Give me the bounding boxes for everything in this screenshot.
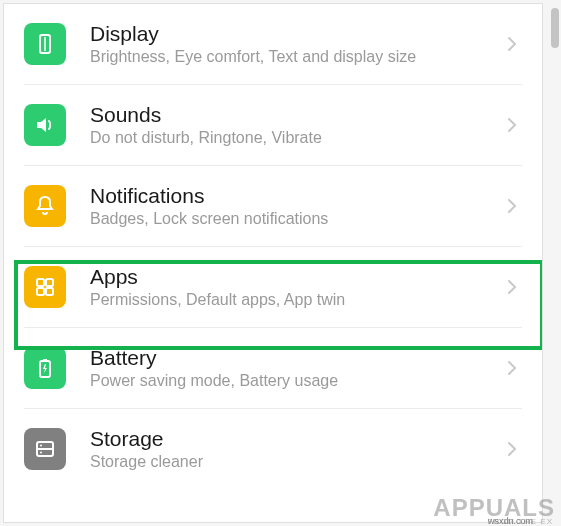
settings-item-subtitle: Power saving mode, Battery usage: [90, 372, 502, 390]
settings-list: Display Brightness, Eye comfort, Text an…: [4, 4, 542, 489]
settings-item-subtitle: Do not disturb, Ringtone, Vibrate: [90, 129, 502, 147]
settings-item-battery[interactable]: Battery Power saving mode, Battery usage: [24, 328, 522, 409]
chevron-right-icon: [502, 441, 522, 457]
storage-icon: [24, 428, 66, 470]
settings-item-subtitle: Storage cleaner: [90, 453, 502, 471]
settings-item-text: Apps Permissions, Default apps, App twin: [90, 265, 502, 309]
sounds-icon: [24, 104, 66, 146]
svg-rect-7: [43, 359, 47, 361]
settings-item-title: Display: [90, 22, 502, 46]
svg-point-10: [40, 445, 42, 447]
settings-item-text: Battery Power saving mode, Battery usage: [90, 346, 502, 390]
svg-rect-4: [37, 288, 44, 295]
settings-item-subtitle: Brightness, Eye comfort, Text and displa…: [90, 48, 502, 66]
chevron-right-icon: [502, 117, 522, 133]
settings-item-text: Storage Storage cleaner: [90, 427, 502, 471]
settings-item-subtitle: Permissions, Default apps, App twin: [90, 291, 502, 309]
display-icon: [24, 23, 66, 65]
scrollbar[interactable]: [551, 8, 559, 516]
chevron-right-icon: [502, 360, 522, 376]
svg-rect-5: [46, 288, 53, 295]
settings-item-title: Storage: [90, 427, 502, 451]
svg-rect-2: [37, 279, 44, 286]
settings-item-sounds[interactable]: Sounds Do not disturb, Ringtone, Vibrate: [24, 85, 522, 166]
settings-item-title: Apps: [90, 265, 502, 289]
settings-item-text: Notifications Badges, Lock screen notifi…: [90, 184, 502, 228]
attribution-text: wsxdn.com: [488, 516, 533, 526]
apps-icon: [24, 266, 66, 308]
settings-item-title: Battery: [90, 346, 502, 370]
settings-item-text: Sounds Do not disturb, Ringtone, Vibrate: [90, 103, 502, 147]
settings-item-notifications[interactable]: Notifications Badges, Lock screen notifi…: [24, 166, 522, 247]
settings-item-title: Notifications: [90, 184, 502, 208]
chevron-right-icon: [502, 279, 522, 295]
chevron-right-icon: [502, 36, 522, 52]
settings-item-text: Display Brightness, Eye comfort, Text an…: [90, 22, 502, 66]
settings-item-storage[interactable]: Storage Storage cleaner: [24, 409, 522, 489]
svg-rect-3: [46, 279, 53, 286]
battery-icon: [24, 347, 66, 389]
settings-item-display[interactable]: Display Brightness, Eye comfort, Text an…: [24, 4, 522, 85]
chevron-right-icon: [502, 198, 522, 214]
settings-item-subtitle: Badges, Lock screen notifications: [90, 210, 502, 228]
svg-point-11: [40, 452, 42, 454]
settings-screen: Display Brightness, Eye comfort, Text an…: [3, 3, 543, 523]
notifications-icon: [24, 185, 66, 227]
scrollbar-thumb[interactable]: [551, 8, 559, 48]
settings-item-title: Sounds: [90, 103, 502, 127]
settings-item-apps[interactable]: Apps Permissions, Default apps, App twin: [24, 247, 522, 328]
